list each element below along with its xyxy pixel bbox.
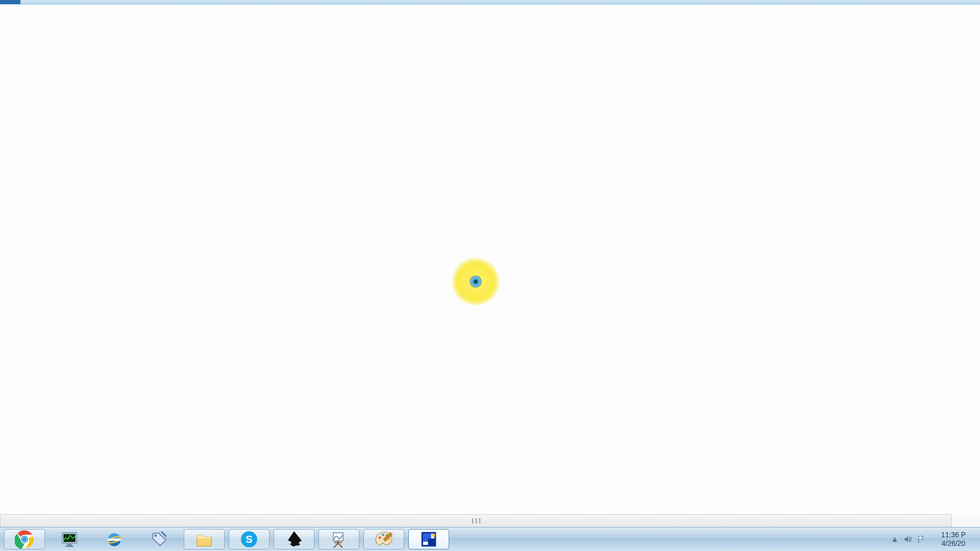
svg-text:S: S bbox=[246, 533, 253, 545]
speaker-icon bbox=[903, 535, 913, 544]
capture-icon bbox=[419, 530, 438, 549]
action-center-button[interactable] bbox=[915, 528, 928, 551]
taskbar-clock[interactable]: 11:36 P 4/26/20 bbox=[928, 531, 979, 548]
taskbar-item-paint[interactable] bbox=[363, 529, 404, 549]
svg-rect-22 bbox=[428, 538, 434, 545]
chevron-up-icon: ▲ bbox=[891, 535, 899, 544]
palette-icon bbox=[374, 530, 394, 549]
system-tray: ▲ 11:36 P 4/26/20 bbox=[888, 528, 980, 551]
easel-icon bbox=[329, 530, 349, 549]
taskbar-item-explorer[interactable] bbox=[184, 529, 225, 549]
taskbar-item-tag-tool[interactable] bbox=[139, 529, 180, 549]
monitor-icon bbox=[60, 530, 79, 549]
skype-icon: S bbox=[239, 530, 259, 549]
taskbar-item-skype[interactable]: S bbox=[229, 529, 270, 549]
svg-point-15 bbox=[379, 536, 381, 539]
taskbar-item-ie[interactable] bbox=[94, 529, 135, 549]
show-hidden-icons-button[interactable]: ▲ bbox=[888, 528, 901, 551]
svg-point-11 bbox=[155, 535, 157, 537]
svg-rect-7 bbox=[65, 546, 74, 547]
scrollbar-grip-icon bbox=[472, 518, 480, 523]
svg-point-23 bbox=[432, 534, 435, 537]
volume-button[interactable] bbox=[901, 528, 915, 551]
taskbar-items: S bbox=[0, 528, 451, 551]
taskbar-item-capture[interactable] bbox=[408, 529, 449, 549]
taskbar-item-easel[interactable] bbox=[318, 529, 359, 549]
clock-date: 4/26/20 bbox=[942, 539, 966, 548]
chrome-icon bbox=[15, 530, 34, 549]
folder-icon bbox=[194, 530, 214, 549]
client-area bbox=[0, 5, 980, 515]
tag-icon bbox=[150, 530, 169, 549]
taskbar-item-resource-monitor[interactable] bbox=[49, 529, 90, 549]
ie-icon bbox=[105, 530, 124, 549]
window-title-strip bbox=[0, 0, 980, 5]
svg-point-3 bbox=[22, 537, 27, 542]
svg-rect-10 bbox=[108, 538, 120, 541]
title-strip-highlight bbox=[0, 0, 20, 4]
taskbar-item-chrome[interactable] bbox=[4, 529, 45, 549]
clock-time: 11:36 P bbox=[941, 531, 966, 539]
svg-point-16 bbox=[382, 534, 384, 536]
taskbar-item-inkscape[interactable] bbox=[274, 529, 314, 549]
taskbar: S bbox=[0, 527, 980, 551]
inkscape-icon bbox=[284, 530, 304, 549]
horizontal-scrollbar[interactable] bbox=[0, 514, 952, 528]
flag-icon bbox=[917, 535, 926, 544]
svg-rect-6 bbox=[67, 544, 72, 546]
